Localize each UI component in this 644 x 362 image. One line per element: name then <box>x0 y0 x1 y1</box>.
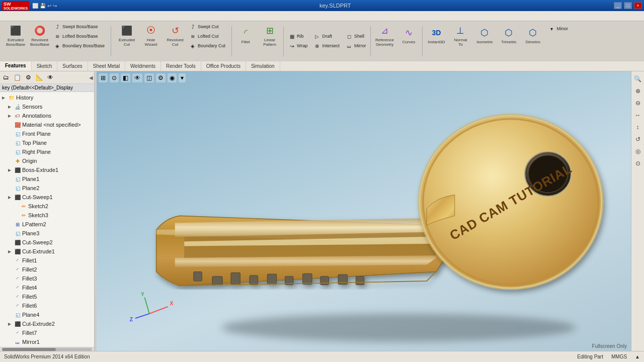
viewport[interactable]: CAD CAM TUTORIAL X Y Z ⊞ ⊙ ◧ 👁 ◫ <box>97 71 631 351</box>
tree-item-cut-sweep2[interactable]: ⬛Cut-Sweep2 <box>0 238 94 247</box>
draft-button[interactable]: ▷ Draft <box>312 32 341 41</box>
tree-item-origin[interactable]: ✚Origin <box>0 156 94 165</box>
ribbon-tab-office-products[interactable]: Office Products <box>201 61 246 71</box>
tree-expand-boss-extrude1[interactable]: ▶ <box>8 168 14 172</box>
mirror-button[interactable]: ⧢ Mirror <box>344 41 368 50</box>
isometric-button[interactable]: ⬡ Isometric <box>473 22 496 48</box>
swept-cut-button[interactable]: ⤴ Swept Cut <box>188 22 227 31</box>
ribbon-tab-simulation[interactable]: Simulation <box>246 61 280 71</box>
view-orient-button[interactable]: ⊞ <box>99 73 108 82</box>
tree-item-plane4[interactable]: ◱Plane4 <box>0 310 94 319</box>
ribbon-tab-sketch[interactable]: Sketch <box>32 61 58 71</box>
fillet-button[interactable]: ◜ Fillet <box>234 22 257 48</box>
scrollbar-thumb[interactable] <box>2 348 56 351</box>
right-tool-1[interactable]: 🔍 <box>632 73 643 84</box>
tree-item-cut-extrude1[interactable]: ▶⬛Cut-Extrude1 <box>0 247 94 256</box>
tree-item-fillet1[interactable]: ◜Fillet1 <box>0 256 94 265</box>
rib-button[interactable]: ▦ Rib <box>287 32 309 41</box>
dimetric-button[interactable]: ⬡ Dimetric <box>521 22 544 48</box>
boundary-boss-button[interactable]: ◈ Boundary Boss/Base <box>52 41 106 50</box>
minimize-button[interactable]: _ <box>614 2 622 9</box>
tree-item-plane2[interactable]: ◱Plane2 <box>0 184 94 193</box>
right-tool-2[interactable]: ⊕ <box>632 85 643 97</box>
panel-tool-display[interactable]: 👁 <box>45 72 55 82</box>
section-view-button[interactable]: ◫ <box>144 73 154 82</box>
tree-item-boss-extrude1[interactable]: ▶⬛Boss-Extrude1 <box>0 165 94 174</box>
tree-expand-cut-extrude2[interactable]: ▶ <box>8 322 14 326</box>
tree-item-material[interactable]: 🧱Material <not specified> <box>0 120 94 129</box>
tree-expand-history[interactable]: ▶ <box>2 96 8 100</box>
tree-item-fillet6[interactable]: ◜Fillet6 <box>0 301 94 310</box>
right-tool-6[interactable]: ↺ <box>632 134 643 145</box>
reference-geometry-button[interactable]: ⊿ ReferenceGeometry <box>373 22 396 48</box>
panel-tool-propertymanager[interactable]: 📋 <box>12 72 22 82</box>
scrollbar-track[interactable] <box>2 348 92 351</box>
ribbon-tab-features[interactable]: Features <box>0 61 32 71</box>
tree-item-plane1[interactable]: ◱Plane1 <box>0 174 94 184</box>
ribbon-tab-render-tools[interactable]: Render Tools <box>161 61 201 71</box>
panel-collapse-button[interactable]: ◀ <box>89 75 93 80</box>
panel-tool-featuremanager[interactable]: 🗂 <box>1 72 11 82</box>
extruded-boss-button[interactable]: ⬛ ExtrudedBoss/Base <box>4 22 27 48</box>
tree-expand-cut-extrude1[interactable]: ▶ <box>8 249 14 254</box>
tree-item-lpattern2[interactable]: ⊞LPattern2 <box>0 220 94 229</box>
tree-item-right-plane[interactable]: ◱Right Plane <box>0 147 94 156</box>
lofted-cut-button[interactable]: ≋ Lofted Cut <box>188 32 227 41</box>
panel-scrollbar[interactable] <box>0 347 94 351</box>
view-settings-button[interactable]: ⚙ <box>156 73 166 82</box>
right-tool-8[interactable]: ⊙ <box>632 158 643 169</box>
boundary-cut-button[interactable]: ◈ Boundary Cut <box>188 41 227 50</box>
tree-item-fillet7[interactable]: ◜Fillet7 <box>0 328 94 337</box>
hide-show-button[interactable]: 👁 <box>132 73 142 82</box>
display-style-button[interactable]: ◉ <box>168 73 177 82</box>
zoom-to-fit-button[interactable]: ⊙ <box>110 73 119 82</box>
tree-item-sketch3[interactable]: ✏Sketch3 <box>0 211 94 220</box>
right-tool-5[interactable]: ↕ <box>632 122 643 133</box>
shell-button[interactable]: ◻ Shell <box>344 32 368 41</box>
ribbon-tab-surfaces[interactable]: Surfaces <box>57 61 88 71</box>
revolved-cut-button[interactable]: ↺ RevolvedCut <box>164 22 187 48</box>
wrap-button[interactable]: ↝ Wrap <box>287 41 309 50</box>
lofted-boss-button[interactable]: ≋ Lofted Boss/Base <box>52 32 106 41</box>
linear-pattern-button[interactable]: ⊞ LinearPattern <box>258 22 281 48</box>
intersect-button[interactable]: ⊕ Intersect <box>312 41 341 50</box>
tree-item-plane3[interactable]: ◱Plane3 <box>0 229 94 238</box>
minor-button[interactable]: ▾ Minor <box>546 24 570 33</box>
tree-expand-sensors[interactable]: ▶ <box>8 105 14 109</box>
tree-item-fillet3[interactable]: ◜Fillet3 <box>0 274 94 283</box>
tree-expand-annotations[interactable]: ▶ <box>8 114 14 118</box>
instant3d-button[interactable]: 3D Instant3D <box>425 22 448 48</box>
titlebar-controls[interactable]: _ □ × <box>614 2 642 9</box>
tree-expand-cut-sweep1[interactable]: ▶ <box>8 195 14 200</box>
tree-item-sensors[interactable]: ▶🔬Sensors <box>0 102 94 111</box>
right-tool-7[interactable]: ◎ <box>632 146 643 157</box>
trimetric-button[interactable]: ⬡ Trimetric <box>497 22 520 48</box>
revolved-boss-button[interactable]: ⭕ RevolvedBoss/Base <box>28 22 51 48</box>
tree-item-top-plane[interactable]: ◱Top Plane <box>0 138 94 147</box>
tree-item-cut-extrude2[interactable]: ▶⬛Cut-Extrude2 <box>0 319 94 328</box>
panel-tool-configmanager[interactable]: ⚙ <box>23 72 33 82</box>
hole-wizard-button[interactable]: ⦿ HoleWizard <box>139 22 163 48</box>
panel-tool-dimxpert[interactable]: 📐 <box>34 72 44 82</box>
viewport-extra-button[interactable]: ▾ <box>179 73 186 82</box>
tree-item-sketch2[interactable]: ✏Sketch2 <box>0 202 94 211</box>
ribbon-tab-sheet-metal[interactable]: Sheet Metal <box>88 61 125 71</box>
tree-item-fillet2[interactable]: ◜Fillet2 <box>0 265 94 274</box>
curves-button[interactable]: ∿ Curves <box>397 22 420 48</box>
view-shading-button[interactable]: ◧ <box>121 73 130 82</box>
tree-item-history[interactable]: ▶📁History <box>0 93 94 102</box>
tree-item-cut-sweep1[interactable]: ▶⬛Cut-Sweep1 <box>0 193 94 202</box>
tree-item-front-plane[interactable]: ◱Front Plane <box>0 129 94 138</box>
close-button[interactable]: × <box>634 2 642 9</box>
tree-item-mirror1[interactable]: ⧢Mirror1 <box>0 337 94 346</box>
extruded-cut-button[interactable]: ⬛ ExtrudedCut <box>115 22 138 48</box>
tree-item-fillet4[interactable]: ◜Fillet4 <box>0 283 94 292</box>
right-tool-3[interactable]: ⊖ <box>632 98 643 109</box>
maximize-button[interactable]: □ <box>624 2 632 9</box>
tree-item-fillet5[interactable]: ◜Fillet5 <box>0 292 94 301</box>
swept-boss-button[interactable]: ⤴ Swept Boss/Base <box>52 22 106 31</box>
ribbon-tab-weldments[interactable]: Weldments <box>125 61 161 71</box>
normal-to-button[interactable]: ⊥ NormalTo <box>449 22 472 48</box>
tree-item-annotations[interactable]: ▶🏷Annotations <box>0 111 94 120</box>
right-tool-4[interactable]: ↔ <box>632 110 643 121</box>
